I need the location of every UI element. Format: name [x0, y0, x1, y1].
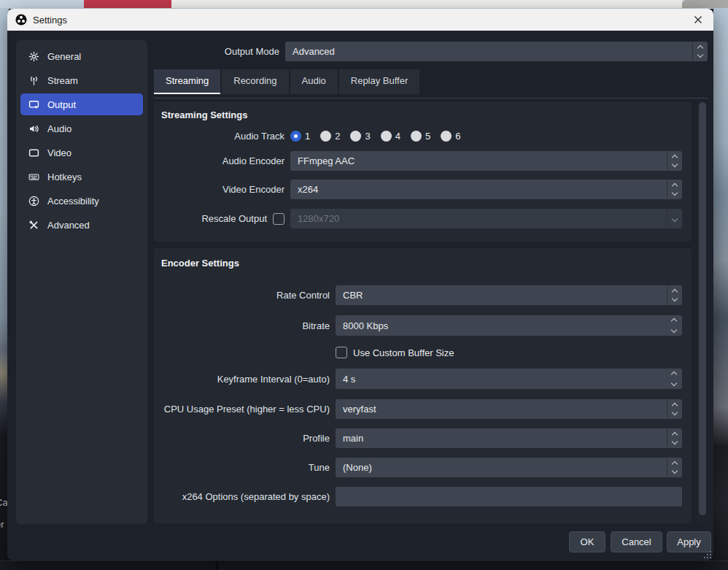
spinner[interactable] — [667, 180, 682, 199]
custom-buffer-checkbox[interactable] — [336, 347, 347, 358]
cancel-button[interactable]: Cancel — [611, 531, 662, 552]
ok-button[interactable]: OK — [569, 531, 605, 552]
sidebar-item-advanced[interactable]: Advanced — [20, 214, 143, 236]
profile-select[interactable]: main — [336, 428, 682, 448]
radio-label: 1 — [305, 131, 310, 142]
close-button[interactable] — [689, 11, 708, 28]
tab-audio[interactable]: Audio — [290, 69, 338, 94]
chevron-down-icon — [672, 409, 678, 415]
background-text-fragment: er — [0, 519, 4, 530]
section-title: Streaming Settings — [161, 109, 247, 120]
chevron-down-icon — [672, 296, 678, 301]
rate-control-row: Rate Control CBR — [161, 285, 682, 305]
sidebar-item-audio[interactable]: Audio — [20, 118, 143, 139]
keyframe-interval-spinbox[interactable]: 4 s — [336, 369, 682, 389]
sidebar-item-hotkeys[interactable]: Hotkeys — [20, 166, 143, 188]
chevron-up-icon[interactable] — [671, 318, 677, 324]
chevron-down-icon[interactable] — [671, 327, 677, 333]
output-mode-label: Output Mode — [154, 46, 279, 57]
custom-buffer-row: Use Custom Buffer Size — [161, 347, 682, 358]
tab-streaming[interactable]: Streaming — [154, 69, 220, 94]
audio-encoder-select[interactable]: FFmpeg AAC — [290, 151, 682, 171]
rescale-resolution-select[interactable]: 1280x720 — [290, 209, 682, 228]
chevron-up-icon — [672, 155, 678, 161]
radio-label: 4 — [395, 131, 400, 142]
spinner[interactable] — [667, 429, 682, 447]
radio-track-3[interactable]: 3 — [350, 131, 370, 142]
chevron-up-icon — [697, 45, 703, 51]
audio-encoder-value: FFmpeg AAC — [298, 155, 355, 166]
rescale-output-label: Rescale Output — [161, 213, 267, 224]
speaker-icon — [28, 123, 40, 134]
tune-select[interactable]: (None) — [336, 458, 682, 477]
chevron-down-icon — [672, 190, 678, 196]
sidebar-item-label: Video — [47, 147, 71, 158]
tab-recording[interactable]: Recording — [222, 69, 288, 94]
close-icon — [694, 15, 702, 24]
keyboard-icon — [28, 172, 40, 182]
sidebar-item-label: Audio — [47, 123, 71, 134]
chevron-down-icon[interactable] — [671, 380, 677, 386]
video-encoder-select[interactable]: x264 — [290, 180, 682, 199]
cpu-preset-label: CPU Usage Preset (higher = less CPU) — [161, 404, 330, 415]
audio-track-radio-group: 1 2 3 4 5 6 — [290, 131, 471, 142]
sidebar-item-output[interactable]: Output — [20, 93, 143, 115]
rescale-resolution-value: 1280x720 — [298, 213, 339, 224]
chevron-up-icon — [672, 403, 678, 409]
chevron-down-icon — [672, 468, 678, 474]
keyframe-interval-label: Keyframe Interval (0=auto) — [161, 374, 330, 385]
sidebar-item-label: Accessibility — [47, 196, 99, 207]
output-tabs: Streaming Recording Audio Replay Buffer — [154, 69, 419, 94]
tab-divider — [154, 98, 708, 99]
spinner[interactable] — [667, 152, 682, 170]
radio-track-2[interactable]: 2 — [320, 131, 340, 142]
spinner[interactable] — [667, 458, 682, 477]
spinner[interactable] — [667, 286, 682, 304]
desktop-right-strip — [713, 8, 728, 570]
x264-options-input[interactable] — [336, 487, 682, 507]
chevron-up-icon — [672, 432, 678, 438]
background-window-titlebar — [171, 0, 682, 8]
output-mode-select[interactable]: Advanced — [285, 42, 708, 61]
background-window-corner — [682, 0, 728, 8]
rate-control-select[interactable]: CBR — [336, 285, 682, 305]
audio-encoder-row: Audio Encoder FFmpeg AAC — [161, 151, 682, 171]
streaming-settings-panel: Streaming Settings Audio Track 1 2 3 4 5… — [154, 102, 692, 242]
chevron-up-icon[interactable] — [671, 371, 677, 377]
sidebar-item-accessibility[interactable]: Accessibility — [20, 190, 143, 212]
spinner[interactable] — [692, 42, 708, 61]
radio-track-5[interactable]: 5 — [411, 131, 430, 142]
video-encoder-label: Video Encoder — [161, 184, 284, 195]
rescale-output-row: Rescale Output 1280x720 — [161, 209, 682, 228]
chevron-down-icon — [697, 52, 703, 58]
radio-track-4[interactable]: 4 — [381, 131, 400, 142]
apply-button[interactable]: Apply — [667, 531, 711, 552]
encoder-settings-panel: Encoder Settings Rate Control CBR Bitrat… — [154, 248, 692, 523]
radio-icon — [320, 131, 331, 142]
sidebar-item-stream[interactable]: Stream — [20, 69, 143, 91]
sidebar-item-label: Advanced — [47, 220, 90, 231]
custom-buffer-label[interactable]: Use Custom Buffer Size — [353, 347, 454, 358]
x264-options-label: x264 Options (separated by space) — [161, 491, 330, 502]
sidebar-item-general[interactable]: General — [20, 45, 143, 67]
video-encoder-row: Video Encoder x264 — [161, 180, 682, 199]
sidebar-item-video[interactable]: Video — [20, 142, 143, 163]
radio-track-6[interactable]: 6 — [441, 131, 460, 142]
tab-replay-buffer[interactable]: Replay Buffer — [339, 69, 420, 94]
radio-label: 3 — [365, 131, 370, 142]
tune-value: (None) — [343, 462, 372, 473]
radio-icon — [381, 131, 392, 142]
spinner[interactable] — [667, 400, 682, 418]
tools-icon — [28, 220, 40, 231]
radio-track-1[interactable]: 1 — [290, 131, 310, 142]
cpu-preset-row: CPU Usage Preset (higher = less CPU) ver… — [161, 399, 682, 419]
bitrate-spinbox[interactable]: 8000 Kbps — [336, 315, 682, 336]
rescale-output-checkbox[interactable] — [273, 213, 284, 225]
titlebar[interactable]: Settings — [7, 9, 713, 31]
background-bottom-strip — [0, 561, 728, 570]
spinner[interactable] — [667, 209, 682, 228]
resize-grip-icon[interactable] — [704, 551, 711, 558]
x264-options-row: x264 Options (separated by space) — [161, 487, 682, 507]
cpu-preset-select[interactable]: veryfast — [336, 399, 682, 419]
scrollbar-thumb[interactable] — [699, 102, 706, 515]
